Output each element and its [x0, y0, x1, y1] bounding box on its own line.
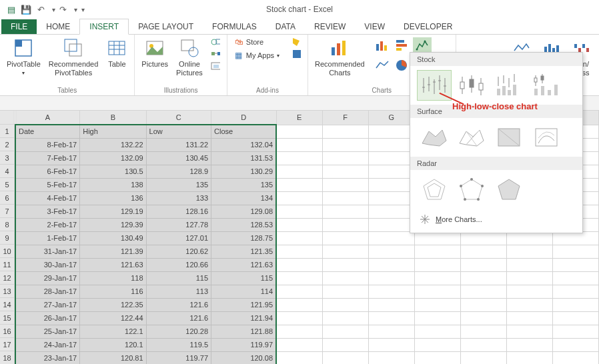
online-pictures-button[interactable]: Online Pictures	[176, 37, 203, 77]
column-header-G[interactable]: G	[368, 111, 414, 125]
cell[interactable]: 28-Jan-17	[15, 285, 80, 298]
cell[interactable]	[414, 271, 460, 285]
cell[interactable]: 129.39	[80, 218, 146, 231]
cell[interactable]: 120.28	[146, 325, 211, 338]
cell[interactable]	[368, 178, 414, 191]
pivottable-button[interactable]: PivotTable ▾	[7, 37, 41, 77]
radar-markers-option[interactable]	[454, 174, 489, 205]
surface-contour-option[interactable]	[492, 122, 526, 153]
cell[interactable]	[368, 138, 414, 151]
cell[interactable]	[552, 325, 598, 338]
surface-3d-option[interactable]	[417, 122, 452, 153]
cell[interactable]: 1-Feb-17	[15, 231, 80, 245]
cell[interactable]	[368, 338, 414, 351]
cell[interactable]	[276, 178, 322, 191]
cell[interactable]	[368, 151, 414, 165]
cell[interactable]	[322, 258, 368, 271]
row-header[interactable]: 13	[0, 285, 15, 298]
cell[interactable]: 122.44	[80, 311, 146, 325]
row-header[interactable]: 14	[0, 298, 15, 311]
cell[interactable]: 129.08	[211, 205, 277, 218]
cell[interactable]: 118	[80, 271, 146, 285]
cell[interactable]	[414, 298, 460, 311]
column-header-E[interactable]: E	[276, 111, 322, 125]
cell[interactable]	[506, 258, 552, 271]
row-header[interactable]: 3	[0, 151, 15, 165]
cell[interactable]: 30-Jan-17	[15, 258, 80, 271]
cell[interactable]	[276, 325, 322, 338]
cell[interactable]: 130.5	[80, 165, 146, 178]
cell[interactable]	[506, 338, 552, 351]
redo-icon[interactable]: ↷	[58, 5, 67, 14]
row-header[interactable]: 9	[0, 231, 15, 245]
line-chart-icon[interactable]	[373, 57, 392, 73]
cell[interactable]	[276, 351, 322, 364]
column-header-A[interactable]: A	[15, 111, 80, 125]
row-header[interactable]: 11	[0, 258, 15, 271]
cell[interactable]	[276, 205, 322, 218]
cell[interactable]	[322, 285, 368, 298]
cell[interactable]	[368, 191, 414, 205]
cell[interactable]: 27-Jan-17	[15, 298, 80, 311]
cell[interactable]	[276, 271, 322, 285]
bar-chart-icon[interactable]	[393, 37, 412, 53]
row-header[interactable]: 7	[0, 205, 15, 218]
cell[interactable]	[552, 298, 598, 311]
cell[interactable]: 130.45	[146, 151, 211, 165]
cell[interactable]	[460, 311, 506, 325]
cell[interactable]	[322, 165, 368, 178]
cell[interactable]	[506, 245, 552, 258]
people-graph-icon[interactable]	[291, 49, 301, 59]
cell[interactable]	[552, 351, 598, 364]
cell[interactable]	[322, 205, 368, 218]
row-header[interactable]: 15	[0, 311, 15, 325]
tab-page-layout[interactable]: PAGE LAYOUT	[129, 19, 203, 34]
cell[interactable]	[322, 338, 368, 351]
cell[interactable]: 131.53	[211, 151, 277, 165]
smartart-icon[interactable]	[211, 49, 220, 59]
cell[interactable]	[552, 311, 598, 325]
cell[interactable]	[460, 258, 506, 271]
cell[interactable]: 120.66	[146, 258, 211, 271]
cell[interactable]: 29-Jan-17	[15, 271, 80, 285]
cell[interactable]	[322, 151, 368, 165]
cell[interactable]	[322, 351, 368, 364]
volume-open-high-low-close-chart-option[interactable]	[529, 70, 564, 101]
cell[interactable]: 7-Feb-17	[15, 151, 80, 165]
cell[interactable]	[414, 338, 460, 351]
cell[interactable]	[276, 218, 322, 231]
cell[interactable]	[322, 325, 368, 338]
cell[interactable]	[368, 271, 414, 285]
cell[interactable]: 121.6	[146, 298, 211, 311]
cell[interactable]	[460, 271, 506, 285]
cell[interactable]: 127.78	[146, 218, 211, 231]
cell[interactable]	[506, 285, 552, 298]
cell[interactable]	[414, 258, 460, 271]
cell[interactable]	[460, 325, 506, 338]
cell[interactable]: 119.77	[146, 351, 211, 364]
cell[interactable]: 134	[211, 191, 277, 205]
radar-filled-option[interactable]	[492, 174, 526, 205]
cell[interactable]: 8-Feb-17	[15, 138, 80, 151]
cell[interactable]: 116	[80, 285, 146, 298]
row-header[interactable]: 5	[0, 178, 15, 191]
cell[interactable]	[276, 151, 322, 165]
cell[interactable]	[506, 298, 552, 311]
cell[interactable]	[276, 125, 322, 138]
cell[interactable]: 128.53	[211, 218, 277, 231]
cell[interactable]: 120.62	[146, 245, 211, 258]
more-charts-button[interactable]: More Charts...	[410, 209, 582, 233]
cell[interactable]: 6-Feb-17	[15, 165, 80, 178]
cell[interactable]: 129.19	[80, 205, 146, 218]
cell[interactable]	[322, 298, 368, 311]
pie-chart-icon[interactable]	[393, 57, 412, 73]
cell[interactable]: 122.1	[80, 325, 146, 338]
cell[interactable]: 136	[80, 191, 146, 205]
cell[interactable]: 128.75	[211, 231, 277, 245]
volume-high-low-close-chart-option[interactable]	[492, 70, 526, 101]
column-header-D[interactable]: D	[211, 111, 277, 125]
cell[interactable]	[506, 325, 552, 338]
cell[interactable]	[322, 218, 368, 231]
column-header-C[interactable]: C	[146, 111, 211, 125]
cell[interactable]	[322, 178, 368, 191]
